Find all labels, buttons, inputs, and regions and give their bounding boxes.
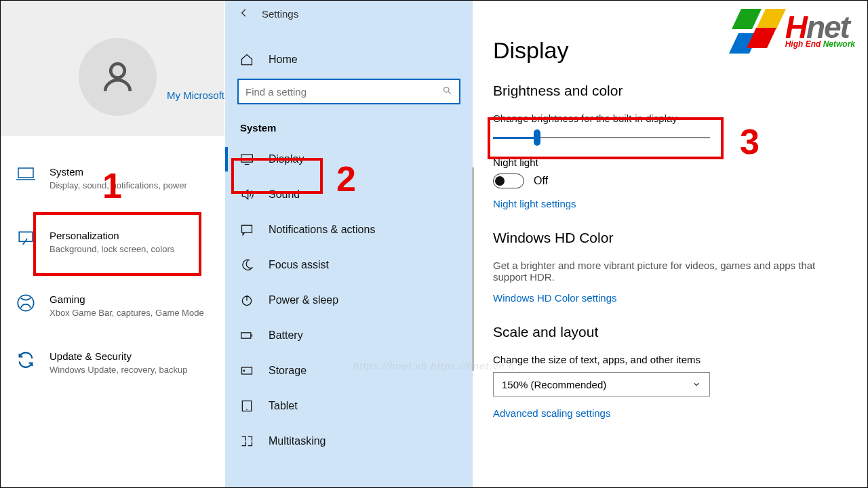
person-icon <box>99 58 136 96</box>
tile-gaming-title: Gaming <box>50 293 204 305</box>
logo-tag-he: High End <box>785 39 823 49</box>
night-light-settings-link[interactable]: Night light settings <box>493 198 847 209</box>
profile-area: My Microsoft <box>1 1 224 136</box>
svg-point-3 <box>18 295 33 310</box>
nav-battery[interactable]: Battery <box>225 318 473 353</box>
tablet-icon <box>240 399 254 413</box>
hd-settings-link[interactable]: Windows HD Color settings <box>493 292 847 304</box>
nav-focus-label: Focus assist <box>269 259 329 271</box>
home-icon <box>240 53 254 66</box>
search-input[interactable] <box>237 79 460 104</box>
tile-gaming[interactable]: GamingXbox Game Bar, captures, Game Mode <box>7 284 218 327</box>
back-button[interactable] <box>239 7 250 20</box>
battery-icon <box>240 329 254 342</box>
tile-update[interactable]: Update & SecurityWindows Update, recover… <box>7 341 218 384</box>
section-hd: Windows HD Color <box>493 230 847 246</box>
hd-desc: Get a brighter and more vibrant picture … <box>493 260 839 283</box>
brush-icon <box>17 230 35 247</box>
scale-select[interactable]: 150% (Recommended) <box>493 372 710 396</box>
nav-home-label: Home <box>269 54 298 66</box>
search-icon <box>442 85 452 98</box>
storage-icon <box>240 364 254 378</box>
nav-tablet-label: Tablet <box>269 400 298 412</box>
svg-rect-8 <box>241 333 251 338</box>
nav-power[interactable]: Power & sleep <box>225 283 473 318</box>
my-microsoft-link[interactable]: My Microsoft <box>167 89 224 101</box>
highlight-box-1 <box>33 212 201 276</box>
hnet-logo: Hnet High End Network <box>734 6 855 54</box>
annotation-1: 1 <box>102 165 122 206</box>
highlight-box-2 <box>231 158 323 194</box>
chevron-down-icon <box>692 380 701 389</box>
search-input-field[interactable] <box>245 86 442 98</box>
tile-update-sub: Windows Update, recovery, backup <box>50 365 188 375</box>
nav-power-label: Power & sleep <box>269 294 338 306</box>
multitask-icon <box>240 434 254 448</box>
sync-icon <box>16 350 35 369</box>
chat-icon <box>240 223 254 237</box>
svg-point-0 <box>111 64 125 78</box>
nav-tablet[interactable]: Tablet <box>225 388 473 424</box>
scrollbar[interactable] <box>472 167 474 371</box>
scale-label: Change the size of text, apps, and other… <box>493 354 847 365</box>
header-title: Settings <box>262 8 298 20</box>
section-brightness: Brightness and color <box>493 83 847 99</box>
svg-point-10 <box>243 370 245 371</box>
svg-point-4 <box>444 87 450 92</box>
nav-home[interactable]: Home <box>225 43 473 76</box>
nav-storage[interactable]: Storage <box>225 353 473 388</box>
avatar[interactable] <box>79 38 157 116</box>
highlight-box-3 <box>488 117 724 159</box>
sidebar-header: Settings <box>225 1 473 27</box>
display-settings-panel: Display Brightness and color Change brig… <box>473 1 867 487</box>
nav-multitask[interactable]: Multitasking <box>225 424 473 459</box>
svg-rect-6 <box>242 225 252 232</box>
scale-value: 150% (Recommended) <box>502 379 606 390</box>
settings-sidebar: Settings Home System Display Sound Notif… <box>225 1 473 487</box>
annotation-3: 3 <box>740 121 760 162</box>
svg-rect-1 <box>18 168 33 178</box>
nav-storage-label: Storage <box>269 365 307 377</box>
night-light-toggle[interactable] <box>493 174 524 188</box>
nav-focus[interactable]: Focus assist <box>225 247 473 283</box>
toggle-state: Off <box>534 175 548 187</box>
nav-multitask-label: Multitasking <box>269 435 326 447</box>
tile-gaming-sub: Xbox Game Bar, captures, Game Mode <box>50 308 204 318</box>
nav-notifications-label: Notifications & actions <box>269 224 375 236</box>
xbox-icon <box>16 293 35 312</box>
tile-update-title: Update & Security <box>50 350 188 362</box>
section-scale: Scale and layout <box>493 324 847 340</box>
moon-icon <box>240 258 254 272</box>
power-icon <box>240 293 254 307</box>
annotation-2: 2 <box>336 159 356 199</box>
laptop-icon <box>16 166 36 182</box>
logo-tag-nw: Network <box>823 39 855 49</box>
nav-notifications[interactable]: Notifications & actions <box>225 212 473 247</box>
nav-battery-label: Battery <box>269 329 303 342</box>
section-system-label: System <box>225 117 473 142</box>
advanced-scaling-link[interactable]: Advanced scaling settings <box>493 407 847 419</box>
